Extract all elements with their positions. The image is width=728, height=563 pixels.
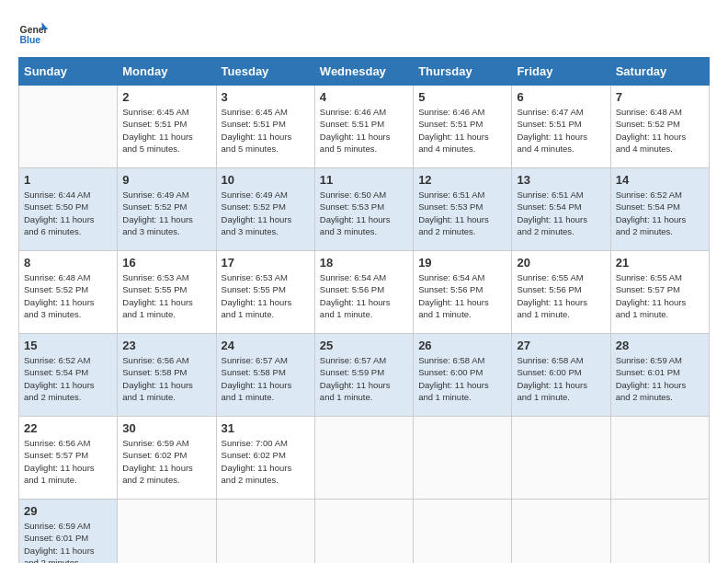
day-number: 13 xyxy=(517,173,605,187)
calendar-week-0: 2Sunrise: 6:45 AMSunset: 5:51 PMDaylight… xyxy=(19,86,710,168)
day-number: 8 xyxy=(24,256,112,270)
calendar-week-5: 29Sunrise: 6:59 AMSunset: 6:01 PMDayligh… xyxy=(19,500,710,564)
day-number: 14 xyxy=(616,173,704,187)
day-info: Sunrise: 6:49 AMSunset: 5:52 PMDaylight:… xyxy=(122,189,210,237)
day-of-week-sunday: Sunday xyxy=(19,58,118,86)
day-info: Sunrise: 6:54 AMSunset: 5:56 PMDaylight:… xyxy=(418,271,506,320)
day-number: 26 xyxy=(418,339,506,352)
calendar-cell: 22Sunrise: 6:56 AMSunset: 5:57 PMDayligh… xyxy=(19,417,118,500)
day-info: Sunrise: 6:58 AMSunset: 6:00 PMDaylight:… xyxy=(517,354,605,403)
day-number: 1 xyxy=(24,173,112,187)
day-info: Sunrise: 6:48 AMSunset: 5:52 PMDaylight:… xyxy=(24,271,112,320)
calendar-cell: 23Sunrise: 6:56 AMSunset: 5:58 PMDayligh… xyxy=(118,334,216,417)
day-of-week-wednesday: Wednesday xyxy=(314,58,413,86)
day-number: 11 xyxy=(320,173,408,187)
day-of-week-monday: Monday xyxy=(118,58,216,86)
calendar-cell: 17Sunrise: 6:53 AMSunset: 5:55 PMDayligh… xyxy=(216,251,314,334)
day-of-week-thursday: Thursday xyxy=(414,58,512,86)
day-info: Sunrise: 6:59 AMSunset: 6:01 PMDaylight:… xyxy=(616,354,704,403)
day-number: 18 xyxy=(320,256,408,270)
day-of-week-saturday: Saturday xyxy=(610,58,709,86)
calendar-cell: 13Sunrise: 6:51 AMSunset: 5:54 PMDayligh… xyxy=(512,168,610,251)
day-info: Sunrise: 6:59 AMSunset: 6:02 PMDaylight:… xyxy=(122,437,210,486)
day-of-week-tuesday: Tuesday xyxy=(216,58,314,86)
calendar-cell: 7Sunrise: 6:48 AMSunset: 5:52 PMDaylight… xyxy=(610,86,709,168)
day-number: 17 xyxy=(222,256,310,270)
day-number: 24 xyxy=(222,339,310,352)
day-info: Sunrise: 6:54 AMSunset: 5:56 PMDaylight:… xyxy=(320,271,408,320)
day-of-week-friday: Friday xyxy=(512,58,610,86)
day-info: Sunrise: 6:46 AMSunset: 5:51 PMDaylight:… xyxy=(320,106,408,155)
calendar-cell: 31Sunrise: 7:00 AMSunset: 6:02 PMDayligh… xyxy=(216,417,314,500)
calendar-cell: 6Sunrise: 6:47 AMSunset: 5:51 PMDaylight… xyxy=(512,86,610,168)
calendar-week-2: 8Sunrise: 6:48 AMSunset: 5:52 PMDaylight… xyxy=(19,251,710,334)
day-info: Sunrise: 6:46 AMSunset: 5:51 PMDaylight:… xyxy=(418,106,506,155)
day-number: 3 xyxy=(222,90,310,104)
calendar-week-4: 22Sunrise: 6:56 AMSunset: 5:57 PMDayligh… xyxy=(19,417,710,500)
calendar-cell: 9Sunrise: 6:49 AMSunset: 5:52 PMDaylight… xyxy=(118,168,216,251)
calendar-cell: 4Sunrise: 6:46 AMSunset: 5:51 PMDaylight… xyxy=(314,86,413,168)
day-info: Sunrise: 6:44 AMSunset: 5:50 PMDaylight:… xyxy=(24,189,112,237)
calendar-cell: 19Sunrise: 6:54 AMSunset: 5:56 PMDayligh… xyxy=(414,251,512,334)
day-info: Sunrise: 6:58 AMSunset: 6:00 PMDaylight:… xyxy=(418,354,506,403)
day-number: 23 xyxy=(122,339,210,352)
calendar-cell: 8Sunrise: 6:48 AMSunset: 5:52 PMDaylight… xyxy=(19,251,118,334)
calendar-header-row: SundayMondayTuesdayWednesdayThursdayFrid… xyxy=(19,58,710,86)
day-number: 10 xyxy=(222,173,310,187)
day-number: 29 xyxy=(24,504,112,518)
day-info: Sunrise: 6:57 AMSunset: 5:59 PMDaylight:… xyxy=(320,354,408,403)
day-number: 27 xyxy=(517,339,605,352)
calendar-cell: 1Sunrise: 6:44 AMSunset: 5:50 PMDaylight… xyxy=(19,168,118,251)
calendar-cell xyxy=(118,500,216,564)
day-info: Sunrise: 6:52 AMSunset: 5:54 PMDaylight:… xyxy=(616,189,704,237)
day-number: 31 xyxy=(222,421,310,435)
day-number: 30 xyxy=(122,421,210,435)
calendar-cell: 30Sunrise: 6:59 AMSunset: 6:02 PMDayligh… xyxy=(118,417,216,500)
calendar-cell xyxy=(610,417,709,500)
calendar-cell: 27Sunrise: 6:58 AMSunset: 6:00 PMDayligh… xyxy=(512,334,610,417)
day-number: 4 xyxy=(320,90,408,104)
calendar-cell: 10Sunrise: 6:49 AMSunset: 5:52 PMDayligh… xyxy=(216,168,314,251)
day-info: Sunrise: 7:00 AMSunset: 6:02 PMDaylight:… xyxy=(222,437,310,486)
calendar-cell: 3Sunrise: 6:45 AMSunset: 5:51 PMDaylight… xyxy=(216,86,314,168)
calendar-week-3: 15Sunrise: 6:52 AMSunset: 5:54 PMDayligh… xyxy=(19,334,710,417)
calendar-week-1: 1Sunrise: 6:44 AMSunset: 5:50 PMDaylight… xyxy=(19,168,710,251)
day-info: Sunrise: 6:48 AMSunset: 5:52 PMDaylight:… xyxy=(616,106,704,155)
day-number: 9 xyxy=(122,173,210,187)
calendar-cell: 15Sunrise: 6:52 AMSunset: 5:54 PMDayligh… xyxy=(19,334,118,417)
calendar-cell: 20Sunrise: 6:55 AMSunset: 5:56 PMDayligh… xyxy=(512,251,610,334)
calendar-cell xyxy=(610,500,709,564)
day-number: 28 xyxy=(616,339,704,352)
page-header: General Blue xyxy=(18,18,710,48)
day-number: 12 xyxy=(418,173,506,187)
day-number: 7 xyxy=(616,90,704,104)
calendar-cell: 25Sunrise: 6:57 AMSunset: 5:59 PMDayligh… xyxy=(314,334,413,417)
calendar-cell xyxy=(314,500,413,564)
calendar-cell xyxy=(19,86,118,168)
day-number: 16 xyxy=(122,256,210,270)
day-number: 20 xyxy=(517,256,605,270)
calendar-cell: 5Sunrise: 6:46 AMSunset: 5:51 PMDaylight… xyxy=(414,86,512,168)
day-number: 15 xyxy=(24,339,112,352)
day-info: Sunrise: 6:47 AMSunset: 5:51 PMDaylight:… xyxy=(517,106,605,155)
day-info: Sunrise: 6:59 AMSunset: 6:01 PMDaylight:… xyxy=(24,520,112,563)
day-info: Sunrise: 6:53 AMSunset: 5:55 PMDaylight:… xyxy=(122,271,210,320)
calendar-cell: 16Sunrise: 6:53 AMSunset: 5:55 PMDayligh… xyxy=(118,251,216,334)
day-info: Sunrise: 6:51 AMSunset: 5:54 PMDaylight:… xyxy=(517,189,605,237)
calendar-cell: 26Sunrise: 6:58 AMSunset: 6:00 PMDayligh… xyxy=(414,334,512,417)
day-number: 19 xyxy=(418,256,506,270)
day-info: Sunrise: 6:45 AMSunset: 5:51 PMDaylight:… xyxy=(122,106,210,155)
day-info: Sunrise: 6:55 AMSunset: 5:57 PMDaylight:… xyxy=(616,271,704,320)
day-info: Sunrise: 6:45 AMSunset: 5:51 PMDaylight:… xyxy=(222,106,310,155)
day-number: 5 xyxy=(418,90,506,104)
calendar-cell xyxy=(216,500,314,564)
calendar-cell xyxy=(414,417,512,500)
calendar-cell xyxy=(414,500,512,564)
day-number: 21 xyxy=(616,256,704,270)
day-info: Sunrise: 6:53 AMSunset: 5:55 PMDaylight:… xyxy=(222,271,310,320)
calendar-cell: 21Sunrise: 6:55 AMSunset: 5:57 PMDayligh… xyxy=(610,251,709,334)
calendar-table: SundayMondayTuesdayWednesdayThursdayFrid… xyxy=(18,57,710,563)
day-info: Sunrise: 6:55 AMSunset: 5:56 PMDaylight:… xyxy=(517,271,605,320)
day-number: 6 xyxy=(517,90,605,104)
day-info: Sunrise: 6:49 AMSunset: 5:52 PMDaylight:… xyxy=(222,189,310,237)
